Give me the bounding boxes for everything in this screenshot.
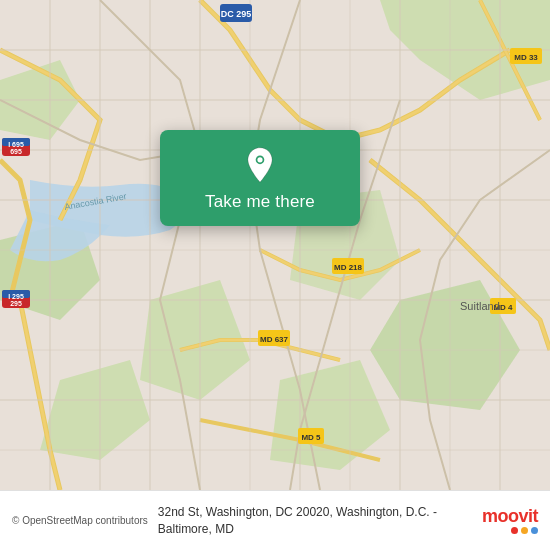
svg-text:DC 295: DC 295 [221,9,252,19]
address-line2: Baltimore, MD [158,522,234,536]
svg-point-51 [257,157,262,162]
svg-text:MD 5: MD 5 [301,433,321,442]
svg-text:I 695: I 695 [8,141,24,148]
moovit-dots [511,527,538,534]
dot-red [511,527,518,534]
map-background: DC 295 I 695 695 I 295 295 MD 218 MD 4 M… [0,0,550,490]
svg-text:MD 637: MD 637 [260,335,289,344]
svg-text:MD 218: MD 218 [334,263,363,272]
address-text: 32nd St, Washington, DC 20020, Washingto… [158,504,468,538]
svg-text:I 295: I 295 [8,293,24,300]
moovit-text: moovit [482,507,538,525]
osm-credit: © OpenStreetMap contributors [12,515,148,526]
svg-text:Suitland: Suitland [460,300,500,312]
take-me-there-button[interactable]: Take me there [205,192,315,212]
map-container: DC 295 I 695 695 I 295 295 MD 218 MD 4 M… [0,0,550,490]
location-card: Take me there [160,130,360,226]
location-pin-icon [241,146,279,184]
address-line1: 32nd St, Washington, DC 20020, Washingto… [158,505,437,519]
svg-text:MD 33: MD 33 [514,53,538,62]
svg-text:295: 295 [10,300,22,307]
dot-orange [521,527,528,534]
moovit-logo: moovit [478,507,538,534]
bottom-bar: © OpenStreetMap contributors 32nd St, Wa… [0,490,550,550]
svg-text:695: 695 [10,148,22,155]
dot-blue [531,527,538,534]
